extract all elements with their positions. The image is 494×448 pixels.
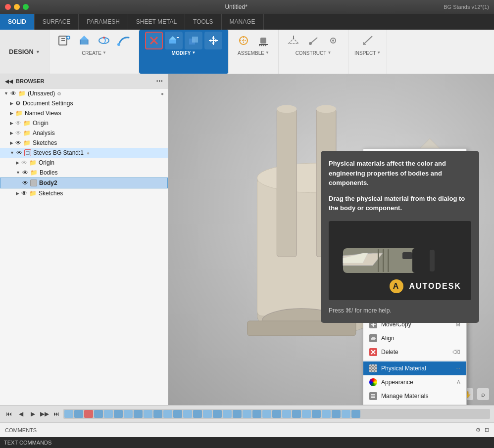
timeline-last-button[interactable]: ⏭ <box>51 409 61 419</box>
svg-rect-29 <box>260 38 266 44</box>
browser-item-doc-settings[interactable]: ▶ ⚙ Document Settings <box>0 98 168 108</box>
browser-collapse-icon[interactable]: ◀◀ <box>5 79 13 84</box>
eye-icon-steves-stand: 👁 <box>16 149 22 156</box>
browser-item-origin-1[interactable]: ▶ 👁 📁 Origin <box>0 118 168 128</box>
menu-item-appearance[interactable]: Appearance A <box>363 375 466 389</box>
text-commands-label: TEXT COMMANDS <box>4 440 51 446</box>
timeline-first-button[interactable]: ⏮ <box>4 409 14 419</box>
svg-point-48 <box>277 105 296 113</box>
component-icon-steves-stand: □ <box>24 149 31 156</box>
delete-shortcut: ⌫ <box>452 349 460 356</box>
svg-point-38 <box>309 42 312 45</box>
menu-item-delete[interactable]: Delete ⌫ <box>363 345 466 359</box>
measure-button[interactable] <box>359 32 377 49</box>
browser-item-sketches-2[interactable]: ▶ 👁 📁 Sketches <box>0 188 168 198</box>
arrow-sketches-1: ▶ <box>10 140 13 145</box>
timeline-item-10 <box>153 410 162 418</box>
svg-marker-23 <box>212 43 215 45</box>
new-component-button[interactable] <box>55 32 73 49</box>
tab-bar: SOLID SURFACE PARAMESH SHEET METAL TOOLS… <box>0 14 494 30</box>
eye-icon-bodies: 👁 <box>22 169 28 176</box>
tooltip-image: AUTODESK <box>329 221 471 300</box>
svg-rect-99 <box>430 250 435 271</box>
point-button[interactable] <box>324 32 342 49</box>
browser-header: ◀◀ BROWSER ⋯ <box>0 74 168 89</box>
timeline-prev-button[interactable]: ◀ <box>16 409 26 419</box>
joint-button[interactable] <box>235 32 252 49</box>
text-commands-bar: TEXT COMMANDS <box>0 437 494 448</box>
tab-paramesh[interactable]: PARAMESH <box>79 14 128 30</box>
arrow-named-views: ▶ <box>10 111 13 116</box>
minimize-button[interactable] <box>14 4 20 10</box>
browser-item-bodies[interactable]: ▼ 👁 📁 Bodies <box>0 168 168 178</box>
menu-item-manage-materials[interactable]: Manage Materials <box>363 389 466 403</box>
timeline-item-24 <box>292 410 301 418</box>
combine-button[interactable] <box>185 32 202 49</box>
browser-item-named-views[interactable]: ▶ 📁 Named Views <box>0 108 168 118</box>
tab-surface[interactable]: SURFACE <box>35 14 79 30</box>
sweep-button[interactable] <box>115 32 133 49</box>
offset-plane-button[interactable] <box>285 32 302 49</box>
menu-item-physical-material[interactable]: Physical Material ⋯ <box>363 361 466 375</box>
design-button[interactable]: DESIGN ▼ <box>0 30 49 74</box>
window-controls <box>5 4 29 10</box>
menu-item-align[interactable]: Align <box>363 331 466 345</box>
move-button[interactable] <box>204 32 222 49</box>
maximize-button[interactable] <box>23 4 29 10</box>
browser-item-origin-2[interactable]: ▶ 👁 📁 Origin <box>0 158 168 168</box>
timeline-item-6 <box>114 410 123 418</box>
tooltip-footer: Press ⌘/ for more help. <box>329 306 471 315</box>
steves-stand-label: Steves BG Stand:1 <box>33 149 84 156</box>
timeline-track[interactable] <box>63 409 490 419</box>
push-pull-button[interactable] <box>165 32 183 49</box>
arrow-sketches-2: ▶ <box>16 191 19 196</box>
browser-item-unsaved[interactable]: ▼ 👁 📁 (Unsaved) ⚙ ● <box>0 89 168 98</box>
align-label: Align <box>381 335 395 342</box>
folder-icon-origin-1: 📁 <box>23 120 31 127</box>
timeline-play-button[interactable]: ▶ <box>28 409 38 419</box>
timeline-item-19 <box>243 410 251 418</box>
unsaved-label: (Unsaved) <box>28 90 55 97</box>
timeline-next-button[interactable]: ▶▶ <box>40 409 49 419</box>
timeline-bar: ⏮ ◀ ▶ ▶▶ ⏭ <box>0 405 494 422</box>
bodies-label: Bodies <box>40 169 58 176</box>
inspect-group: INSPECT ▼ <box>348 30 387 74</box>
timeline-item-22 <box>272 410 281 418</box>
revolve-button[interactable] <box>95 32 113 49</box>
timeline-item-20 <box>252 410 261 418</box>
assemble-label: ASSEMBLE <box>238 50 264 56</box>
viewport-search-icon[interactable]: ⌕ <box>477 388 489 400</box>
title-bar: Untitled* BG Stands v12*(1) <box>0 0 494 14</box>
tab-sheet-metal[interactable]: SHEET METAL <box>128 14 185 30</box>
viewport[interactable]: Press Pull Q Fillet F <box>168 74 494 405</box>
timeline-item-2 <box>74 410 83 418</box>
browser-panel: ◀◀ BROWSER ⋯ ▼ 👁 📁 (Unsaved) ⚙ ● ▶ ⚙ Doc… <box>0 74 168 405</box>
browser-item-sketches-1[interactable]: ▶ 👁 📁 Sketches <box>0 138 168 148</box>
expand-arrow-unsaved: ▼ <box>4 91 8 96</box>
tab-tools[interactable]: TOOLS <box>185 14 221 30</box>
svg-point-11 <box>103 37 105 39</box>
timeline-item-16 <box>213 410 222 418</box>
browser-item-analysis[interactable]: ▶ 👁 📁 Analysis <box>0 128 168 138</box>
comments-settings-icon[interactable]: ⚙ <box>476 427 481 433</box>
inspect-icons <box>359 32 377 49</box>
modify-group: MODIFY ▼ <box>139 30 229 74</box>
timeline-item-15 <box>203 410 212 418</box>
browser-item-body2[interactable]: 👁 Body2 <box>0 178 168 188</box>
tab-manage[interactable]: MANAGE <box>222 14 264 30</box>
body2-cube-icon <box>30 179 37 186</box>
browser-item-steves-stand[interactable]: ▼ 👁 □ Steves BG Stand:1 ● <box>0 148 168 158</box>
ground-button[interactable] <box>254 32 272 49</box>
timeline-item-4 <box>94 410 103 418</box>
settings-gear-icon: ⚙ <box>57 91 61 96</box>
svg-marker-22 <box>212 36 215 39</box>
browser-options-icon[interactable]: ⋯ <box>156 77 163 85</box>
extrude-button[interactable] <box>75 32 93 49</box>
axis-button[interactable] <box>304 32 322 49</box>
tooltip-title: Physical materials affect the color and … <box>329 159 471 188</box>
comments-expand-icon[interactable]: ⊡ <box>485 427 489 433</box>
delete-modify-button[interactable] <box>145 32 163 49</box>
close-button[interactable] <box>5 4 11 10</box>
timeline-item-11 <box>163 410 172 418</box>
tab-solid[interactable]: SOLID <box>0 14 35 30</box>
